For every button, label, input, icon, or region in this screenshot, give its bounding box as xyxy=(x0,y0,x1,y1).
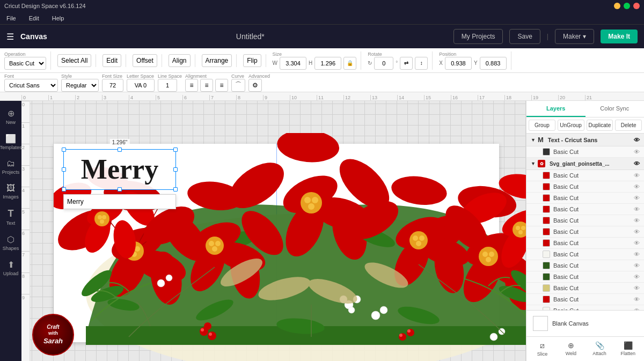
tab-layers[interactable]: Layers xyxy=(526,101,586,117)
eye-1[interactable]: 👁 xyxy=(634,172,640,179)
eye-6[interactable]: 👁 xyxy=(634,229,640,235)
rotate-group: Rotate ↻ ° ⇄ ↕ xyxy=(368,51,433,70)
eye-10[interactable]: 👁 xyxy=(634,274,640,280)
sidebar-item-text[interactable]: T Text xyxy=(1,205,20,229)
offset-button[interactable]: Offset xyxy=(133,54,157,67)
layer-item-11[interactable]: Basic Cut👁 xyxy=(526,283,644,294)
rotate-input[interactable] xyxy=(374,57,393,70)
operation-select[interactable]: Basic Cut xyxy=(4,57,46,70)
flip-button[interactable]: Flip xyxy=(243,54,261,67)
menu-edit[interactable]: Edit xyxy=(27,14,41,23)
attach-button[interactable]: 📎 Attach xyxy=(586,339,613,359)
layer-item-5[interactable]: Basic Cut👁 xyxy=(526,215,644,226)
text-group-eye-icon[interactable]: 👁 xyxy=(634,137,640,143)
sidebar-item-new[interactable]: ⊕ New xyxy=(1,105,20,128)
size-w-input[interactable] xyxy=(280,57,306,70)
flip-v-icon[interactable]: ↕ xyxy=(415,57,428,70)
sidebar-item-shapes[interactable]: ⬡ Shapes xyxy=(1,231,20,254)
align-right-button[interactable]: ≡ xyxy=(215,79,228,92)
duplicate-button[interactable]: Duplicate xyxy=(587,120,613,131)
sidebar-item-projects[interactable]: 🗂 Projects xyxy=(1,156,20,178)
eye-9[interactable]: 👁 xyxy=(634,262,640,269)
weld-button[interactable]: ⊕ Weld xyxy=(557,339,584,359)
eye-4[interactable]: 👁 xyxy=(634,206,640,212)
tab-color-sync[interactable]: Color Sync xyxy=(586,101,645,117)
layer-item-8[interactable]: Basic Cut👁 xyxy=(526,249,644,260)
layer-eye-text[interactable]: 👁 xyxy=(634,149,640,155)
sidebar-item-upload[interactable]: ⬆ Upload xyxy=(1,256,20,279)
selection-handle-rm[interactable] xyxy=(173,167,178,172)
eye-8[interactable]: 👁 xyxy=(634,251,640,257)
pos-y-input[interactable] xyxy=(480,57,507,70)
size-h-input[interactable] xyxy=(314,57,341,70)
align-left-button[interactable]: ≡ xyxy=(185,79,198,92)
font-select[interactable]: Cricut Sans xyxy=(4,79,58,92)
arrange-button[interactable]: Arrange xyxy=(202,54,232,67)
ungroup-button[interactable]: UnGroup xyxy=(558,120,584,131)
flatten-button[interactable]: ⬛ Flatten xyxy=(614,339,642,359)
delete-button[interactable]: Delete xyxy=(615,120,642,131)
hamburger-menu[interactable]: ☰ xyxy=(6,32,14,42)
svg-layer-group[interactable]: ▼ ✿ Svg_giant_poinsetta_... 👁 xyxy=(526,158,644,170)
slice-button[interactable]: ⧄ Slice xyxy=(529,339,556,359)
align-center-button[interactable]: ≡ xyxy=(200,79,213,92)
pos-x-input[interactable] xyxy=(445,57,472,70)
eye-7[interactable]: 👁 xyxy=(634,240,640,246)
sidebar-item-templates[interactable]: ⬜ Templates xyxy=(1,130,20,153)
advanced-button[interactable]: ⚙ xyxy=(248,79,262,92)
rename-input[interactable] xyxy=(67,198,172,205)
eye-3[interactable]: 👁 xyxy=(634,195,640,201)
selection-handle-lm[interactable] xyxy=(62,167,66,172)
layer-item-text-basiccut[interactable]: Basic Cut 👁 xyxy=(526,146,644,158)
layer-item-2[interactable]: Basic Cut👁 xyxy=(526,181,644,193)
eye-11[interactable]: 👁 xyxy=(634,285,640,291)
layer-item-13[interactable]: Basic Cut👁 xyxy=(526,305,644,310)
save-button[interactable]: Save xyxy=(509,29,540,44)
layers-list: ▼ M Text - Cricut Sans 👁 Basic Cut 👁 ▼ ✿ xyxy=(526,134,644,310)
group-button[interactable]: Group xyxy=(529,120,555,131)
svg-group-eye-icon[interactable]: 👁 xyxy=(634,160,640,167)
layer-item-9[interactable]: Basic Cut👁 xyxy=(526,260,644,271)
edit-button[interactable]: Edit xyxy=(103,54,121,67)
linespace-input[interactable] xyxy=(158,79,177,92)
align-button[interactable]: Align xyxy=(169,54,191,67)
letterspace-input[interactable] xyxy=(127,79,155,92)
selection-handle-tl[interactable] xyxy=(62,148,66,152)
layer-item-4[interactable]: Basic Cut👁 xyxy=(526,204,644,215)
make-it-button[interactable]: Make It xyxy=(601,30,638,43)
layer-item-1[interactable]: Basic Cut👁 xyxy=(526,170,644,181)
style-select[interactable]: Regular xyxy=(61,79,99,92)
menu-file[interactable]: File xyxy=(4,14,18,23)
canvas-area[interactable]: 0 1 2 3 4 5 6 7 8 9 xyxy=(21,101,526,361)
minimize-button[interactable] xyxy=(614,3,620,9)
blank-canvas-row[interactable]: Blank Canvas xyxy=(529,314,642,333)
layer-item-10[interactable]: Basic Cut👁 xyxy=(526,271,644,283)
curve-button[interactable]: ⌒ xyxy=(231,79,245,92)
text-layer-group[interactable]: ▼ M Text - Cricut Sans 👁 xyxy=(526,134,644,146)
rename-tooltip[interactable] xyxy=(63,194,176,209)
merry-text-element[interactable]: 1.296" Merry xyxy=(63,149,176,190)
eye-12[interactable]: 👁 xyxy=(634,296,640,303)
select-all-button[interactable]: Select All xyxy=(57,54,91,67)
selection-handle-bl[interactable] xyxy=(62,187,66,191)
selection-handle-br[interactable] xyxy=(173,187,178,191)
layer-item-6[interactable]: Basic Cut👁 xyxy=(526,226,644,238)
eye-2[interactable]: 👁 xyxy=(634,183,640,190)
selection-handle-tm[interactable] xyxy=(118,148,122,152)
eye-5[interactable]: 👁 xyxy=(634,217,640,224)
layer-item-3[interactable]: Basic Cut👁 xyxy=(526,193,644,204)
my-projects-button[interactable]: My Projects xyxy=(453,29,503,44)
close-button[interactable] xyxy=(633,3,640,9)
layer-item-12[interactable]: Basic Cut👁 xyxy=(526,294,644,305)
fontsize-input[interactable] xyxy=(102,79,123,92)
selection-handle-tr[interactable] xyxy=(173,148,178,152)
lock-icon[interactable]: 🔒 xyxy=(343,57,356,70)
menu-help[interactable]: Help xyxy=(50,14,67,23)
layer-item-7[interactable]: Basic Cut👁 xyxy=(526,238,644,249)
maximize-button[interactable] xyxy=(624,3,630,9)
flip-h-icon[interactable]: ⇄ xyxy=(400,57,413,70)
selection-handle-bm[interactable] xyxy=(118,187,122,191)
maker-button[interactable]: Maker ▾ xyxy=(555,29,594,44)
sidebar-item-images[interactable]: 🖼 Images xyxy=(1,180,20,203)
label-12: Basic Cut xyxy=(553,296,631,303)
